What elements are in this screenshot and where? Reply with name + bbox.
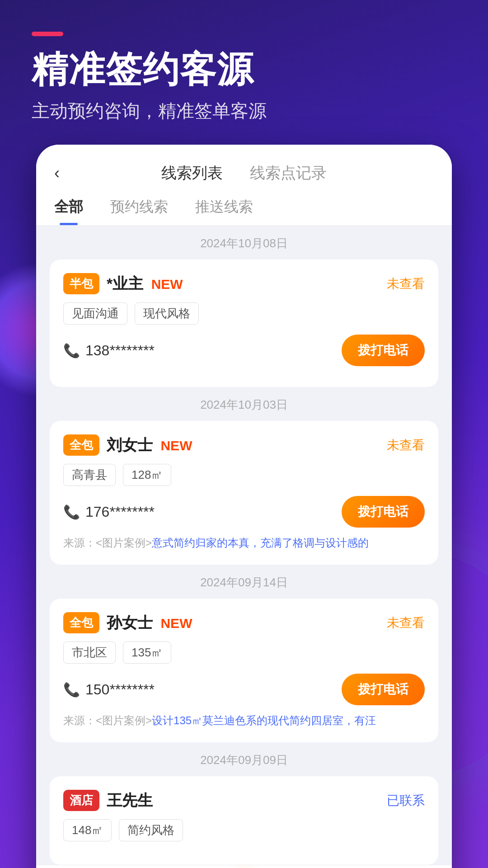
tab-bar: 全部 预约线索 推送线索	[54, 193, 434, 225]
card-header-left-1: 半包 *业主 NEW	[63, 273, 183, 294]
status-1: 未查看	[387, 275, 425, 292]
nav-title-main: 线索列表	[161, 163, 223, 184]
tag-3-2: 135㎡	[123, 642, 171, 664]
nav-title-group: 线索列表 线索点记录	[161, 163, 327, 184]
phone-icon-3: 📞	[63, 682, 80, 698]
new-badge-1: NEW	[151, 277, 183, 292]
bottom-nav: 首页 榜单 +	[36, 865, 452, 868]
lead-badge-3: 全包	[63, 612, 99, 633]
page-subtitle: 主动预约咨询，精准签单客源	[32, 99, 456, 123]
source-link-3[interactable]: 设计135㎡莫兰迪色系的现代简约四居室，有汪	[152, 714, 376, 726]
lead-badge-1: 半包	[63, 273, 99, 294]
new-badge-2: NEW	[160, 438, 192, 453]
date-separator-1: 2024年10月08日	[50, 226, 438, 259]
phone-number-2: 176********	[85, 504, 155, 520]
phone-left-1: 📞 138********	[63, 342, 155, 359]
page-header: 精准签约客源 主动预约咨询，精准签单客源	[0, 0, 488, 142]
card-header-left-4: 酒店 王先生	[63, 790, 153, 811]
lead-card-3: 全包 孙女士 NEW 未查看 市北区 135㎡ 📞 150******** 拨打…	[50, 599, 438, 742]
lead-card-4: 酒店 王先生 已联系 148㎡ 简约风格	[50, 776, 438, 865]
tag-1-2: 现代风格	[135, 302, 199, 325]
customer-name-1: *业主 NEW	[107, 274, 183, 294]
customer-name-3: 孙女士 NEW	[107, 613, 192, 633]
app-header: ‹ 线索列表 线索点记录 全部 预约线索 推送线索	[36, 145, 452, 226]
source-row-3: 来源：<图片案例>设计135㎡莫兰迪色系的现代简约四居室，有汪	[63, 712, 425, 729]
app-nav: ‹ 线索列表 线索点记录	[54, 163, 434, 184]
source-link-2[interactable]: 意式简约归家的本真，充满了格调与设计感的	[152, 537, 369, 549]
call-button-2[interactable]: 拨打电话	[342, 496, 425, 528]
tab-all[interactable]: 全部	[54, 197, 83, 225]
call-button-1[interactable]: 拨打电话	[342, 335, 425, 366]
source-row-2: 来源：<图片案例>意式简约归家的本真，充满了格调与设计感的	[63, 535, 425, 551]
tag-1-1: 见面沟通	[63, 302, 127, 325]
card-header-left-3: 全包 孙女士 NEW	[63, 612, 192, 633]
tags-row-2: 高青县 128㎡	[63, 464, 425, 486]
date-separator-3: 2024年09月14日	[50, 565, 438, 599]
new-badge-3: NEW	[160, 616, 192, 631]
tag-4-1: 148㎡	[63, 819, 112, 841]
nav-title-secondary: 线索点记录	[250, 163, 327, 184]
phone-left-3: 📞 150********	[63, 681, 155, 698]
date-separator-2: 2024年10月03日	[50, 387, 438, 421]
lead-card-1: 半包 *业主 NEW 未查看 见面沟通 现代风格 📞 138******** 拨…	[50, 259, 438, 387]
phone-row-2: 📞 176******** 拨打电话	[63, 496, 425, 528]
tag-3-1: 市北区	[63, 642, 116, 664]
customer-name-2: 刘女士 NEW	[107, 435, 192, 456]
date-separator-4: 2024年09月09日	[50, 742, 438, 776]
status-3: 未查看	[387, 614, 425, 632]
tags-row-4: 148㎡ 简约风格	[63, 819, 425, 841]
back-button[interactable]: ‹	[54, 164, 77, 183]
tag-2-2: 128㎡	[123, 464, 171, 486]
header-accent-bar	[32, 32, 63, 36]
card-header-3: 全包 孙女士 NEW 未查看	[63, 612, 425, 633]
call-button-3[interactable]: 拨打电话	[342, 674, 425, 705]
status-2: 未查看	[387, 437, 425, 454]
phone-left-2: 📞 176********	[63, 504, 155, 520]
phone-number-3: 150********	[85, 681, 155, 698]
customer-name-4: 王先生	[107, 790, 153, 811]
tab-push[interactable]: 推送线索	[195, 197, 253, 225]
tab-appointment[interactable]: 预约线索	[110, 197, 168, 225]
phone-mockup: ‹ 线索列表 线索点记录 全部 预约线索 推送线索 2024年10月08日 半	[36, 145, 452, 868]
phone-icon-1: 📞	[63, 343, 80, 359]
phone-row-3: 📞 150******** 拨打电话	[63, 674, 425, 705]
tag-2-1: 高青县	[63, 464, 116, 486]
tags-row-3: 市北区 135㎡	[63, 642, 425, 664]
phone-number-1: 138********	[85, 342, 155, 359]
card-header-2: 全包 刘女士 NEW 未查看	[63, 434, 425, 456]
card-header-4: 酒店 王先生 已联系	[63, 790, 425, 811]
tag-4-2: 简约风格	[119, 819, 183, 841]
lead-card-2: 全包 刘女士 NEW 未查看 高青县 128㎡ 📞 176******** 拨打…	[50, 421, 438, 565]
tags-row-1: 见面沟通 现代风格	[63, 302, 425, 325]
phone-row-1: 📞 138******** 拨打电话	[63, 335, 425, 366]
leads-content: 2024年10月08日 半包 *业主 NEW 未查看 见面沟通 现代风格 📞	[36, 226, 452, 865]
page-title: 精准签约客源	[32, 50, 456, 90]
status-4: 已联系	[387, 792, 425, 809]
lead-badge-4: 酒店	[63, 790, 99, 811]
lead-badge-2: 全包	[63, 434, 99, 456]
phone-icon-2: 📞	[63, 504, 80, 520]
card-header-1: 半包 *业主 NEW 未查看	[63, 273, 425, 294]
card-header-left-2: 全包 刘女士 NEW	[63, 434, 192, 456]
